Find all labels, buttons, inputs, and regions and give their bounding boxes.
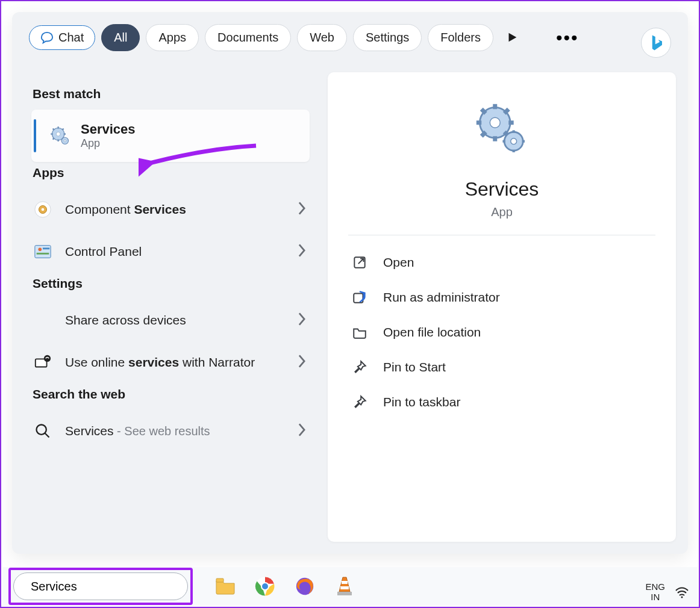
svg-line-29: [481, 109, 486, 113]
taskbar-search[interactable]: [13, 572, 188, 600]
taskbar-pinned-apps: [214, 575, 355, 597]
action-open-location[interactable]: Open file location: [348, 315, 655, 350]
action-pin-taskbar[interactable]: Pin to taskbar: [348, 385, 655, 420]
action-open[interactable]: Open: [348, 245, 655, 280]
chevron-right-icon: [298, 355, 306, 370]
svg-rect-17: [43, 247, 49, 249]
component-services-icon: [33, 199, 53, 220]
svg-point-16: [39, 247, 42, 251]
chrome-icon[interactable]: [254, 575, 276, 597]
chevron-right-icon: [298, 244, 306, 259]
search-results-panel: Chat All Apps Documents Web Settings Fol…: [12, 12, 688, 554]
filter-apps[interactable]: Apps: [146, 24, 199, 51]
svg-point-24: [490, 117, 500, 128]
chevron-right-icon: [298, 202, 306, 217]
vlc-icon[interactable]: [334, 575, 355, 597]
search-icon: [33, 421, 53, 441]
bing-chat-icon: [40, 31, 54, 45]
svg-rect-48: [342, 581, 348, 584]
admin-icon: [352, 290, 367, 305]
svg-point-11: [64, 140, 66, 141]
lang-line1: ENG: [645, 582, 665, 592]
svg-point-34: [511, 138, 517, 144]
result-component-services[interactable]: Component Services: [31, 188, 313, 231]
action-label: Pin to Start: [383, 360, 446, 374]
chat-button[interactable]: Chat: [29, 25, 95, 50]
best-match-item[interactable]: Services App: [31, 110, 310, 162]
action-label: Pin to taskbar: [383, 395, 460, 409]
pin-icon: [352, 394, 367, 410]
svg-line-8: [53, 138, 54, 139]
svg-point-20: [44, 355, 51, 362]
svg-point-46: [262, 583, 268, 589]
action-pin-start[interactable]: Pin to Start: [348, 350, 655, 385]
bing-profile-button[interactable]: [641, 28, 671, 58]
detail-title: Services: [465, 178, 539, 200]
chevron-right-icon: [298, 312, 306, 328]
detail-subtitle: App: [491, 205, 513, 219]
wifi-icon[interactable]: [675, 586, 689, 599]
section-search-web: Search the web: [33, 387, 319, 402]
lang-line2: IN: [645, 592, 665, 603]
action-label: Run as administrator: [383, 290, 500, 305]
open-icon: [352, 255, 367, 270]
annotation-highlight: [8, 568, 193, 605]
svg-line-31: [481, 132, 486, 136]
best-match-title: Services: [81, 122, 136, 137]
svg-point-51: [681, 596, 683, 598]
svg-point-14: [42, 208, 45, 211]
result-control-panel[interactable]: Control Panel: [31, 231, 313, 273]
more-filters-button[interactable]: [505, 31, 520, 45]
pin-icon: [352, 359, 367, 375]
file-explorer-icon[interactable]: [214, 575, 236, 597]
result-share-across-devices[interactable]: Share across devices: [31, 299, 313, 341]
svg-line-32: [504, 109, 508, 113]
action-label: Open: [383, 255, 414, 270]
narrator-icon: [33, 352, 53, 373]
result-label: Component Services: [65, 201, 298, 217]
action-run-admin[interactable]: Run as administrator: [348, 280, 655, 315]
svg-rect-43: [216, 579, 223, 582]
chat-label: Chat: [58, 31, 84, 45]
detail-app-icon: [475, 102, 529, 157]
svg-line-9: [62, 128, 63, 129]
filter-folders[interactable]: Folders: [428, 24, 493, 51]
result-label: Control Panel: [65, 243, 298, 259]
services-icon: [49, 125, 71, 147]
taskbar: ENG IN: [2, 567, 698, 606]
result-web-search[interactable]: Services - See web results: [31, 410, 313, 452]
section-best-match: Best match: [33, 87, 319, 101]
more-options-button[interactable]: •••: [556, 35, 579, 41]
filter-all[interactable]: All: [101, 24, 140, 51]
filter-web[interactable]: Web: [297, 24, 347, 51]
filter-row: Chat All Apps Documents Web Settings Fol…: [12, 12, 688, 54]
svg-point-21: [37, 425, 46, 435]
section-apps: Apps: [33, 166, 319, 180]
taskbar-search-input[interactable]: [31, 580, 183, 594]
svg-rect-15: [35, 246, 51, 258]
svg-line-22: [45, 433, 49, 438]
divider: [348, 235, 655, 235]
svg-rect-49: [340, 586, 349, 589]
chevron-right-icon: [298, 423, 306, 439]
svg-rect-18: [37, 253, 49, 255]
bing-icon: [647, 34, 665, 52]
results-list: Best match Services App Apps: [12, 67, 319, 554]
action-list: Open Run as administrator Open file loca…: [348, 239, 655, 420]
result-label: Share across devices: [65, 312, 298, 328]
result-label: Services - See web results: [65, 423, 298, 439]
filter-settings[interactable]: Settings: [353, 24, 422, 51]
result-label: Use online services with Narrator: [65, 354, 298, 370]
firefox-icon[interactable]: [294, 575, 316, 597]
result-narrator-services[interactable]: Use online services with Narrator: [31, 341, 313, 383]
section-settings: Settings: [33, 276, 319, 291]
action-label: Open file location: [383, 325, 481, 340]
detail-pane: Services App Open Run as administrator O…: [328, 72, 676, 542]
play-icon: [505, 31, 519, 44]
language-indicator[interactable]: ENG IN: [645, 582, 665, 602]
filter-documents[interactable]: Documents: [205, 24, 291, 51]
best-match-subtitle: App: [81, 137, 136, 150]
folder-icon: [352, 324, 367, 340]
svg-rect-50: [337, 592, 352, 595]
svg-line-6: [53, 128, 54, 129]
